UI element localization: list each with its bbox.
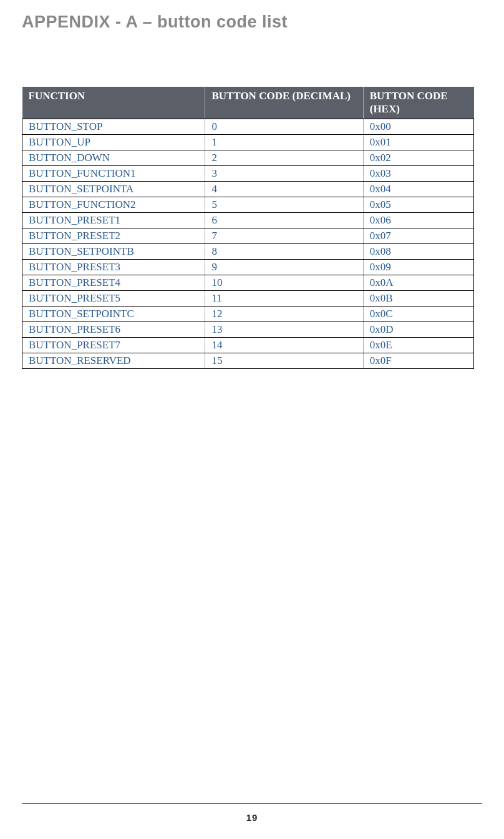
cell-function: BUTTON_RESERVED xyxy=(22,353,205,368)
cell-hex: 0x01 xyxy=(363,134,473,150)
cell-function: BUTTON_PRESET4 xyxy=(22,275,205,290)
table-row: BUTTON_PRESET160x06 xyxy=(22,212,474,228)
cell-decimal: 13 xyxy=(205,321,363,337)
cell-hex: 0x08 xyxy=(363,243,473,259)
cell-hex: 0x0B xyxy=(363,290,473,306)
table-row: BUTTON_FUNCTION130x03 xyxy=(22,165,474,181)
header-hex: BUTTON CODE (HEX) xyxy=(363,87,473,119)
cell-decimal: 10 xyxy=(205,275,363,290)
cell-hex: 0x0E xyxy=(363,337,473,353)
cell-function: BUTTON_SETPOINTC xyxy=(22,306,205,321)
table-row: BUTTON_UP10x01 xyxy=(22,134,474,150)
page-title: APPENDIX - A – button code list xyxy=(22,12,482,32)
table-row: BUTTON_DOWN20x02 xyxy=(22,150,474,165)
cell-hex: 0x0F xyxy=(363,353,473,368)
table-row: BUTTON_PRESET7140x0E xyxy=(22,337,474,353)
table-row: BUTTON_RESERVED150x0F xyxy=(22,353,474,368)
cell-hex: 0x06 xyxy=(363,212,473,228)
cell-function: BUTTON_FUNCTION2 xyxy=(22,197,205,212)
cell-decimal: 5 xyxy=(205,197,363,212)
table-row: BUTTON_SETPOINTA40x04 xyxy=(22,181,474,197)
cell-function: BUTTON_SETPOINTB xyxy=(22,243,205,259)
cell-decimal: 11 xyxy=(205,290,363,306)
cell-function: BUTTON_STOP xyxy=(22,119,205,134)
button-code-table: FUNCTION BUTTON CODE (DECIMAL) BUTTON CO… xyxy=(22,87,474,369)
cell-hex: 0x00 xyxy=(363,119,473,134)
cell-hex: 0x0D xyxy=(363,321,473,337)
cell-decimal: 4 xyxy=(205,181,363,197)
cell-function: BUTTON_PRESET2 xyxy=(22,228,205,243)
cell-hex: 0x07 xyxy=(363,228,473,243)
cell-hex: 0x0A xyxy=(363,275,473,290)
cell-decimal: 2 xyxy=(205,150,363,165)
cell-hex: 0x0C xyxy=(363,306,473,321)
cell-decimal: 8 xyxy=(205,243,363,259)
cell-function: BUTTON_PRESET1 xyxy=(22,212,205,228)
table-row: BUTTON_PRESET390x09 xyxy=(22,259,474,275)
table-row: BUTTON_PRESET4100x0A xyxy=(22,275,474,290)
cell-decimal: 0 xyxy=(205,119,363,134)
cell-decimal: 7 xyxy=(205,228,363,243)
cell-decimal: 15 xyxy=(205,353,363,368)
cell-function: BUTTON_PRESET7 xyxy=(22,337,205,353)
cell-decimal: 1 xyxy=(205,134,363,150)
cell-function: BUTTON_FUNCTION1 xyxy=(22,165,205,181)
footer-divider xyxy=(22,803,482,804)
cell-hex: 0x04 xyxy=(363,181,473,197)
cell-decimal: 12 xyxy=(205,306,363,321)
page-number: 19 xyxy=(0,812,504,823)
cell-function: BUTTON_DOWN xyxy=(22,150,205,165)
cell-hex: 0x03 xyxy=(363,165,473,181)
table-row: BUTTON_PRESET5110x0B xyxy=(22,290,474,306)
table-row: BUTTON_PRESET6130x0D xyxy=(22,321,474,337)
table-row: BUTTON_SETPOINTC120x0C xyxy=(22,306,474,321)
cell-hex: 0x09 xyxy=(363,259,473,275)
table-row: BUTTON_STOP00x00 xyxy=(22,119,474,134)
cell-hex: 0x05 xyxy=(363,197,473,212)
table-row: BUTTON_PRESET270x07 xyxy=(22,228,474,243)
cell-function: BUTTON_PRESET6 xyxy=(22,321,205,337)
cell-function: BUTTON_UP xyxy=(22,134,205,150)
cell-function: BUTTON_PRESET5 xyxy=(22,290,205,306)
table-row: BUTTON_FUNCTION250x05 xyxy=(22,197,474,212)
cell-decimal: 14 xyxy=(205,337,363,353)
cell-hex: 0x02 xyxy=(363,150,473,165)
cell-decimal: 3 xyxy=(205,165,363,181)
cell-function: BUTTON_PRESET3 xyxy=(22,259,205,275)
cell-decimal: 9 xyxy=(205,259,363,275)
cell-decimal: 6 xyxy=(205,212,363,228)
cell-function: BUTTON_SETPOINTA xyxy=(22,181,205,197)
header-decimal: BUTTON CODE (DECIMAL) xyxy=(205,87,363,119)
table-row: BUTTON_SETPOINTB80x08 xyxy=(22,243,474,259)
header-function: FUNCTION xyxy=(22,87,205,119)
